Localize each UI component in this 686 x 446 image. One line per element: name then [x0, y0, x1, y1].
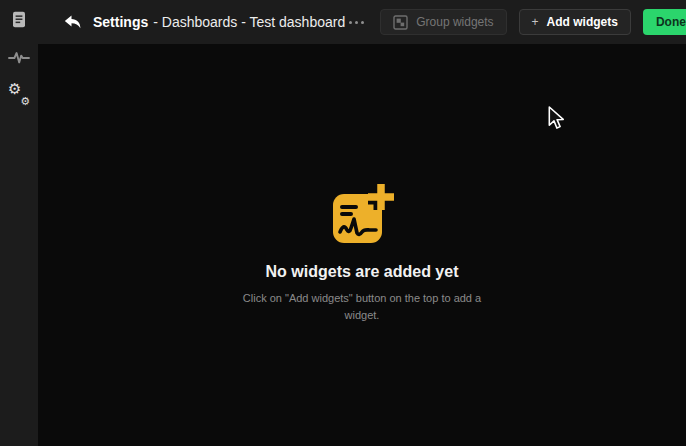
topbar: Settings - Dashboards - Test dashboard G…	[38, 0, 686, 44]
page-subtitle: - Dashboards - Test dashboard	[153, 14, 345, 30]
done-button[interactable]: Done	[643, 9, 686, 35]
sidebar-item-activity[interactable]	[7, 45, 31, 69]
dashboard-canvas: No widgets are added yet Click on "Add w…	[38, 44, 686, 446]
empty-state-description: Click on "Add widgets" button on the top…	[237, 290, 487, 324]
group-widgets-button[interactable]: Group widgets	[380, 9, 506, 35]
sidebar-item-settings[interactable]: ⚙⚙	[7, 83, 31, 107]
dashboard-settings-window: ⚙⚙ Settings - Dashboards - Test dashboar…	[0, 0, 686, 446]
back-button[interactable]	[64, 15, 82, 30]
document-icon	[12, 11, 26, 28]
plus-icon: +	[532, 15, 539, 29]
sidebar-item-documents[interactable]	[7, 7, 31, 31]
done-label: Done	[656, 15, 686, 29]
icon-rail: ⚙⚙	[0, 0, 38, 446]
empty-state-title: No widgets are added yet	[266, 263, 459, 281]
activity-pulse-icon	[8, 50, 30, 65]
more-options-button[interactable]	[345, 15, 368, 30]
empty-state: No widgets are added yet Click on "Add w…	[237, 182, 487, 324]
topbar-actions: Group widgets + Add widgets Done	[345, 9, 686, 35]
widget-add-icon	[328, 182, 396, 246]
add-widgets-label: Add widgets	[547, 15, 618, 29]
group-widgets-label: Group widgets	[416, 15, 493, 29]
page-title: Settings	[93, 14, 148, 30]
back-arrow-icon	[64, 15, 82, 30]
gears-icon: ⚙⚙	[9, 85, 29, 105]
breadcrumb: Settings - Dashboards - Test dashboard	[93, 14, 345, 30]
group-icon	[393, 15, 408, 30]
add-widgets-button[interactable]: + Add widgets	[519, 9, 631, 35]
